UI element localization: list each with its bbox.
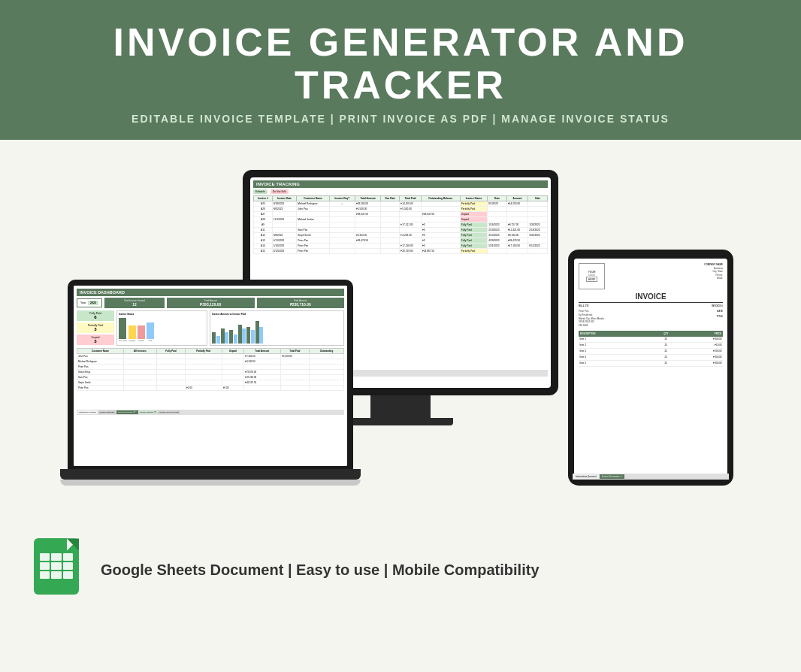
- invoice-details-right: INVOICE # DATE TITLE: [712, 304, 723, 328]
- footer: Google Sheets Document | Easy to use | M…: [0, 523, 801, 617]
- tablet-tab-generator[interactable]: Invoice Generator ✦: [600, 474, 625, 477]
- tablet-device: YOUR LOGO HERE COMPANY NAME Business Cit…: [568, 250, 733, 486]
- year-label: Year:: [80, 301, 86, 304]
- invoice-number-label: INVOICE #: [712, 304, 723, 307]
- laptop-tab-tracking[interactable]: Invoice Tracking ✦: [138, 410, 158, 414]
- chart-invoice-amount: Invoice Amount vs Invoice Paid: [210, 310, 344, 346]
- title-label: TITLE: [712, 315, 723, 318]
- header-subtitle: EDITABLE INVOICE TEMPLATE | PRINT INVOIC…: [30, 113, 771, 125]
- laptop-tabs: Instructions (Invoice) Invoice Generator…: [77, 410, 344, 415]
- company-info: COMPANY NAME Business City, State Phone:…: [704, 263, 723, 289]
- laptop-tab-instructions[interactable]: Instructions (Invoice): [77, 410, 98, 414]
- table-row: A25 8/18/2023 Michael Rodriguez ✓ ₱28,50…: [254, 201, 548, 207]
- fully-paid-count: Fully Paid 6: [77, 310, 114, 321]
- table-row: A26 8/6/2023 John Pau ₱5,500.00 ₱5,500.0…: [254, 207, 548, 212]
- year-selector[interactable]: Year: 2023: [77, 298, 102, 307]
- logo-placeholder: YOUR LOGO HERE: [579, 263, 605, 289]
- invoice-top-row: YOUR LOGO HERE COMPANY NAME Business Cit…: [579, 263, 723, 289]
- laptop-tab-generator[interactable]: Invoice Generator: [98, 410, 116, 414]
- laptop-tab-dashboard[interactable]: Invoice Dashboard ✦: [116, 410, 138, 414]
- invoice-item-row: Item 3 25 ₱200.00: [579, 348, 723, 354]
- laptop-screen-container: INVOICE DASHBOARD Year: 2023 Total Invoi…: [68, 280, 353, 469]
- invoice-items-table: DESCRIPTION QTY PRICE Item 1 25 ₱300.00: [579, 331, 723, 367]
- invoice-item-row: Item 1 25 ₱300.00: [579, 337, 723, 343]
- main-content: INVOICE TRACKING Editable Do Not Edit: [0, 140, 801, 516]
- col-customer: Customer Name: [297, 196, 330, 201]
- bill-to-section: BILL TO Peter Pan Ky Residence Makati Ci…: [579, 304, 604, 328]
- table-row: Steph Smith₱42,597.50: [77, 380, 344, 386]
- invoice-meta: BILL TO Peter Pan Ky Residence Makati Ci…: [579, 304, 723, 328]
- bill-to-label: BILL TO: [579, 304, 604, 309]
- total-invoices-value: 12: [107, 302, 162, 307]
- paid-amount-value: ₱238,710.00: [260, 302, 341, 307]
- status-counts: Fully Paid 6 Partially Paid 3 Unpaid 3: [77, 310, 114, 346]
- laptop-tab-print[interactable]: Invoice (Ctrl+P to Print): [158, 410, 180, 414]
- invoice-title: INVOICE: [579, 292, 723, 301]
- table-row: Peter Pan₱2.00₱1.00: [77, 386, 344, 391]
- tracking-header: INVOICE TRACKING: [253, 180, 548, 188]
- page-title: INVOICE GENERATOR AND TRACKER: [30, 21, 771, 107]
- col-req: Invoice Req?: [329, 196, 355, 201]
- unpaid-count: Unpaid 3: [77, 334, 114, 345]
- col-p1-amt: Amount: [506, 196, 528, 201]
- table-row: A28 11/1/2023 Michael Jordan Unpaid: [254, 217, 548, 222]
- year-value: 2023: [88, 301, 98, 305]
- table-row: A15 6/12/2023 Peter Pan ₱20,729.00 ₱14,8…: [254, 249, 548, 254]
- lower-section: Fully Paid 6 Partially Paid 3 Unpaid 3: [77, 310, 344, 346]
- col-description: DESCRIPTION: [579, 331, 651, 337]
- header: INVOICE GENERATOR AND TRACKER EDITABLE I…: [0, 0, 801, 140]
- invoice-item-row: Item 2 25 ₱10.00: [579, 342, 723, 348]
- fully-paid-value: 6: [78, 315, 113, 319]
- total-invoices-stat: Total Invoices Issued 12: [104, 298, 165, 308]
- invoice-item-row: Item 4 25 ₱300.00: [579, 354, 723, 360]
- bill-to-phone2: 650 3466: [579, 324, 604, 328]
- legend-do-not-edit: Do Not Edit: [271, 189, 289, 194]
- tablet-body: YOUR LOGO HERE COMPANY NAME Business Cit…: [568, 250, 733, 486]
- col-price: PRICE: [681, 331, 723, 337]
- laptop-screen: INVOICE DASHBOARD Year: 2023 Total Invoi…: [74, 286, 347, 466]
- unpaid-value: 3: [78, 339, 113, 344]
- tracking-legend: Editable Do Not Edit: [253, 189, 548, 194]
- tracking-table: Invoice # Invoice Date Customer Name Inv…: [253, 195, 548, 254]
- col-qty: QTY: [651, 331, 681, 337]
- dashboard-table: Customer Name All Invoices Fully Paid Pa…: [77, 348, 344, 408]
- table-row: Michael Rodriguez₱3,240.00: [77, 359, 344, 365]
- total-amount-stat: Total Amount ₱393,129.00: [167, 298, 254, 308]
- monitor-base: [348, 418, 453, 425]
- col-outstanding: Outstanding Balance: [421, 196, 460, 201]
- laptop-keyboard: [60, 480, 361, 486]
- col-total: Total Amount: [355, 196, 380, 201]
- table-row: A12 3/8/2023 Steph Smith ₱0,253.50 ₱4,25…: [254, 233, 548, 238]
- table-row: John Pau₱7,345.00₱5,500.00: [77, 354, 344, 359]
- date-label: DATE: [712, 310, 723, 313]
- table-row: A11 Sam Pan ₱0 Fully Paid: [254, 228, 548, 233]
- table-row: A13 4/11/2023 Peter Pan ₱28,478.50 ₱0: [254, 238, 548, 244]
- tablet-screen: YOUR LOGO HERE COMPANY NAME Business Cit…: [574, 259, 727, 477]
- paid-amount-stat: Paid Amount ₱238,710.00: [257, 298, 344, 308]
- partially-paid-count: Partially Paid 3: [77, 322, 114, 333]
- col-date: Invoice Date: [272, 196, 296, 201]
- table-row: A9 ₱17,211.00 ₱0 Fully Paid: [254, 222, 548, 228]
- table-row: A14 5/16/2023 Peter Pan ₱17,218.00 ₱0: [254, 244, 548, 249]
- partially-paid-value: 3: [78, 327, 113, 331]
- col-status: Invoice Status: [460, 196, 488, 201]
- invoice-item-row: Item 5 25 ₱300.00: [579, 360, 723, 366]
- col-p2-date: Date: [528, 196, 548, 201]
- dashboard-header: INVOICE DASHBOARD: [77, 289, 344, 296]
- devices-container: INVOICE TRACKING Editable Do Not Edit: [23, 170, 778, 516]
- laptop-device: INVOICE DASHBOARD Year: 2023 Total Invoi…: [68, 280, 361, 486]
- table-row: Sam Pan₱47,246.00: [77, 375, 344, 380]
- tablet-tab-instructions[interactable]: Instructions (Invoice): [574, 474, 599, 477]
- legend-editable: Editable: [253, 189, 268, 194]
- col-invoice: Invoice #: [254, 196, 273, 201]
- col-due: Due Date: [381, 196, 400, 201]
- laptop-base: [60, 469, 361, 480]
- sheets-icon: [30, 538, 83, 602]
- footer-text: Google Sheets Document | Easy to use | M…: [101, 562, 540, 579]
- chart-invoice-status: Invoice Status Fully Paid Partially: [116, 310, 207, 346]
- col-paid: Total Paid: [400, 196, 422, 201]
- tablet-tabs: Instructions (Invoice) Invoice Generator…: [574, 474, 727, 477]
- total-amount-value: ₱393,129.00: [170, 302, 251, 307]
- col-p1-date: Date: [488, 196, 507, 201]
- invoice-divider: [579, 302, 723, 303]
